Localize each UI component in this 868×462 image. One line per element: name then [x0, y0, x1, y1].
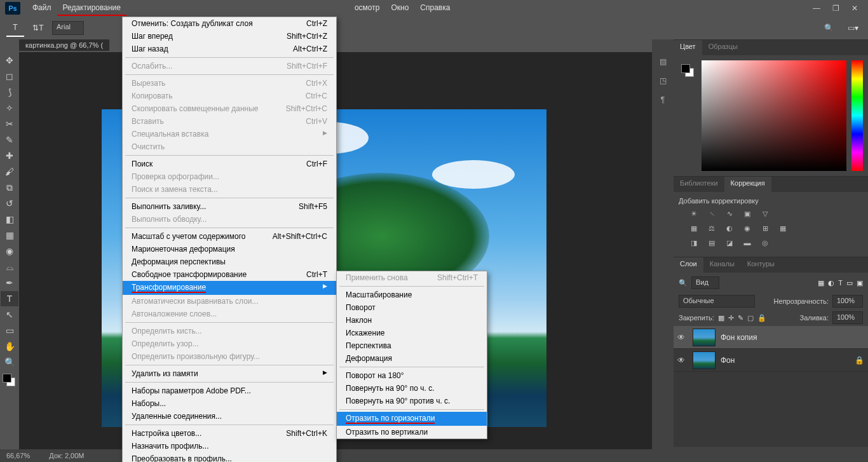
color-balance-icon[interactable]: ⚖	[705, 222, 718, 234]
menuitem[interactable]: Свободное трансформированиеCtrl+T	[123, 268, 336, 281]
filter-smart-icon[interactable]: ▣	[857, 279, 863, 287]
tab-цвет[interactable]: Цвет	[674, 40, 702, 55]
menu-справка[interactable]: Справка	[414, 1, 456, 16]
selective-color-icon[interactable]: ◎	[759, 237, 771, 248]
history-brush-tool[interactable]: ↺	[1, 196, 18, 211]
menuitem[interactable]: Повернуть на 90° по ч. с.	[337, 382, 487, 395]
menuitem[interactable]: Отменить: Создать дубликат слояCtrl+Z	[123, 17, 336, 30]
orientation-toggle[interactable]: ⇅T	[29, 19, 47, 37]
menu-файл[interactable]: Файл	[27, 1, 57, 16]
menuitem[interactable]: Трансформирование	[123, 281, 336, 295]
tab-образцы[interactable]: Образцы	[702, 40, 744, 55]
clone-tool[interactable]: ⧉	[1, 180, 18, 195]
brush-tool[interactable]: 🖌	[1, 164, 18, 179]
pen-tool[interactable]: ✒	[1, 275, 18, 290]
gradient-map-icon[interactable]: ▬	[741, 237, 754, 248]
menuitem[interactable]: Отразить по горизонтали	[337, 412, 487, 426]
threshold-icon[interactable]: ◪	[723, 237, 736, 248]
menu-окно[interactable]: Окно	[385, 1, 414, 16]
eyedropper-tool[interactable]: ✎	[1, 132, 18, 147]
document-tab[interactable]: картинка.png @ 66,7% (	[19, 39, 109, 51]
filter-type-icon[interactable]: T	[838, 279, 843, 287]
tab-каналы[interactable]: Каналы	[703, 257, 741, 273]
history-panel-icon[interactable]: ▤	[652, 52, 674, 71]
maximize-button[interactable]: ❐	[831, 4, 840, 13]
tool-preset-text[interactable]: T	[6, 19, 24, 37]
marquee-tool[interactable]: ◻	[1, 69, 18, 84]
font-family-select[interactable]: Arial	[52, 21, 84, 35]
menuitem[interactable]: Масштабирование	[337, 289, 487, 301]
opacity-input[interactable]: 100%	[832, 295, 863, 308]
menuitem[interactable]: Наборы параметров Adobe PDF...	[123, 384, 336, 397]
quick-select-tool[interactable]: ✧	[1, 100, 18, 116]
lut-icon[interactable]: ▦	[776, 222, 789, 234]
search-icon[interactable]: 🔍	[820, 19, 837, 37]
curves-icon[interactable]: ∿	[723, 208, 736, 219]
channel-mixer-icon[interactable]: ⊞	[759, 222, 771, 234]
invert-icon[interactable]: ◨	[688, 237, 700, 248]
color-field[interactable]	[702, 60, 846, 171]
menuitem[interactable]: Настройка цветов...Shift+Ctrl+K	[123, 427, 336, 440]
levels-icon[interactable]: ⟍	[705, 208, 718, 219]
menuitem[interactable]: Отразить по вертикали	[337, 426, 487, 438]
dodge-tool[interactable]: ⌓	[1, 259, 18, 275]
menuitem[interactable]: Поворот	[337, 301, 487, 314]
brightness-icon[interactable]: ☀	[688, 208, 700, 219]
lock-pos-icon[interactable]: ✛	[728, 314, 734, 322]
layer-item[interactable]: 👁 Фон копия	[674, 326, 868, 349]
visibility-icon[interactable]: 👁	[677, 356, 688, 365]
hue-sat-icon[interactable]: ▦	[688, 222, 700, 234]
visibility-icon[interactable]: 👁	[677, 333, 688, 342]
rectangle-tool[interactable]: ▭	[1, 323, 18, 338]
hue-slider[interactable]	[851, 60, 863, 171]
layer-filter-select[interactable]: Вид	[691, 276, 719, 289]
photo-filter-icon[interactable]: ◉	[741, 222, 754, 234]
menuitem[interactable]: Назначить профиль...	[123, 440, 336, 452]
menuitem[interactable]: Перспектива	[337, 339, 487, 352]
zoom-display[interactable]: 66,67%	[6, 452, 30, 459]
vibrance-icon[interactable]: ▽	[759, 208, 771, 219]
menuitem[interactable]: Удаленные соединения...	[123, 410, 336, 423]
menuitem[interactable]: Выполнить заливку...Shift+F5	[123, 200, 336, 213]
menuitem[interactable]: ПоискCtrl+F	[123, 158, 336, 170]
tab-слои[interactable]: Слои	[674, 257, 703, 273]
gradient-tool[interactable]: ▦	[1, 228, 18, 243]
color-swatches[interactable]	[3, 374, 15, 386]
layer-item[interactable]: 👁 Фон 🔒	[674, 349, 868, 372]
blur-tool[interactable]: ◉	[1, 243, 18, 259]
crop-tool[interactable]: ✂	[1, 116, 18, 132]
menu-осмотр[interactable]: осмотр	[349, 1, 386, 16]
tab-контуры[interactable]: Контуры	[741, 257, 781, 273]
menuitem[interactable]: Преобразовать в профиль...	[123, 452, 336, 462]
menuitem[interactable]: Удалить из памяти	[123, 367, 336, 380]
menuitem[interactable]: Наклон	[337, 314, 487, 327]
menuitem[interactable]: Искажение	[337, 327, 487, 339]
lock-all-icon[interactable]: ▩	[718, 314, 724, 322]
menuitem[interactable]: Наборы...	[123, 397, 336, 410]
lock-artboard-icon[interactable]: ▢	[747, 314, 754, 322]
lock-pixels-icon[interactable]: ✎	[738, 314, 743, 322]
exposure-icon[interactable]: ▣	[741, 208, 754, 219]
move-tool[interactable]: ✥	[1, 53, 18, 68]
menuitem[interactable]: Масштаб с учетом содержимогоAlt+Shift+Ct…	[123, 230, 336, 243]
menuitem[interactable]: Деформация перспективы	[123, 255, 336, 268]
menuitem[interactable]: Деформация	[337, 352, 487, 365]
posterize-icon[interactable]: ▤	[705, 237, 718, 248]
tab-библиотеки[interactable]: Библиотеки	[674, 177, 724, 192]
character-panel-icon[interactable]: ¶	[652, 90, 674, 109]
lock-icon[interactable]: 🔒	[757, 314, 766, 322]
filter-shape-icon[interactable]: ▭	[846, 279, 853, 287]
lasso-tool[interactable]: ⟆	[1, 85, 18, 100]
hand-tool[interactable]: ✋	[1, 339, 18, 354]
menuitem[interactable]: Повернуть на 90° против ч. с.	[337, 395, 487, 407]
doc-info[interactable]: Док: 2,00M	[49, 452, 84, 459]
menuitem[interactable]: Шаг назадAlt+Ctrl+Z	[123, 43, 336, 55]
filter-pixel-icon[interactable]: ▦	[818, 279, 824, 287]
path-select-tool[interactable]: ↖	[1, 307, 18, 322]
minimize-button[interactable]: —	[812, 4, 821, 13]
close-button[interactable]: ✕	[850, 4, 859, 13]
filter-adj-icon[interactable]: ◐	[828, 279, 834, 287]
bw-icon[interactable]: ◐	[723, 222, 736, 234]
menuitem[interactable]: Поворот на 180°	[337, 369, 487, 382]
menu-редактирование[interactable]: Редактирование	[57, 1, 126, 16]
